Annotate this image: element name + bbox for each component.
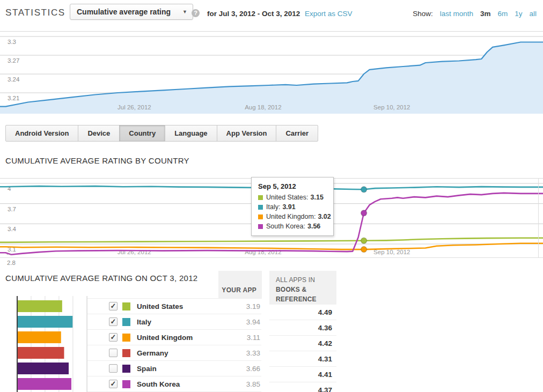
your-app-value: 3.33 [246, 349, 261, 357]
tooltip-row-italy: Italy:3.91 [258, 203, 329, 211]
x-tick-label: Jul 26, 2012 [118, 249, 151, 255]
show-label: Show: [413, 10, 433, 18]
tooltip-country-value: 3.91 [282, 203, 295, 211]
tab-carrier[interactable]: Carrier [276, 125, 318, 142]
country-label: Spain [137, 365, 157, 373]
help-icon[interactable]: ? [192, 9, 200, 17]
all-apps-value-italy: 4.36 [269, 320, 336, 336]
all-apps-value-germany: 4.31 [269, 351, 336, 367]
all-apps-value-spain: 4.41 [269, 367, 336, 382]
show-controls: Show: last month3m6m1yall [413, 10, 537, 18]
tooltip-country-label: United Kingdom: [266, 213, 315, 220]
all-apps-value-south-korea: 4.37 [269, 382, 336, 392]
all-apps-column-header: ALL APPS IN BOOKS & REFERENCE [269, 271, 336, 305]
area-fill [0, 42, 543, 114]
y-tick-label: 3.7 [8, 206, 16, 212]
y-tick-label: 3.27 [8, 57, 19, 64]
y-tick-label: 3.21 [8, 95, 19, 101]
legend-swatch-united-states [258, 195, 263, 200]
your-app-value: 3.85 [246, 380, 261, 388]
legend-swatch-united-kingdom [258, 215, 263, 219]
tab-android-version[interactable]: Android Version [5, 125, 78, 142]
table-row-south-korea: ✓South Korea3.85 [87, 376, 261, 392]
tooltip-country-value: 3.02 [318, 213, 331, 220]
show-option-3m[interactable]: 3m [480, 10, 491, 18]
page-title: STATISTICS [5, 8, 65, 18]
tooltip-country-label: Italy: [266, 203, 280, 211]
x-tick-label: Jul 26, 2012 [118, 104, 151, 110]
marker-dot-italy [361, 187, 367, 193]
show-option-all[interactable]: all [529, 10, 537, 18]
marker-dot-south-korea [361, 210, 367, 216]
show-option-6m[interactable]: 6m [497, 10, 508, 18]
country-bar-chart [11, 295, 97, 392]
x-tick-label: Sep 10, 2012 [373, 249, 410, 255]
country-label: United States [137, 302, 183, 310]
country-label: Italy [137, 318, 151, 326]
your-app-column-header: YOUR APP [218, 271, 262, 299]
country-label: Germany [137, 349, 168, 357]
table-row-germany: Germany3.33 [87, 345, 261, 361]
tab-language[interactable]: Language [165, 125, 217, 142]
bar-united-kingdom [18, 331, 61, 343]
tooltip-country-value: 3.56 [307, 223, 320, 230]
table-row-united-kingdom: ✓United Kingdom3.11 [87, 330, 261, 345]
y-axis-tick-2-8: 2.8 [7, 260, 16, 266]
checkbox-united-kingdom[interactable]: ✓ [109, 333, 118, 342]
x-tick-label: Aug 18, 2012 [245, 104, 281, 110]
tooltip-country-label: United States: [266, 194, 309, 201]
checkbox-south-korea[interactable]: ✓ [109, 380, 118, 388]
x-tick-label: Aug 18, 2012 [245, 249, 281, 255]
checkbox-germany[interactable] [109, 349, 118, 357]
metric-dropdown[interactable]: Cumulative average rating ▼ [70, 4, 193, 20]
series-line-united-states [0, 238, 543, 242]
bar-germany [18, 347, 64, 359]
statistics-page: STATISTICS Cumulative average rating ▼ ?… [0, 0, 543, 392]
country-label: United Kingdom [137, 334, 193, 342]
checkbox-united-states[interactable]: ✓ [109, 302, 118, 310]
y-tick-label: 3.3 [8, 39, 16, 45]
bar-south-korea [18, 378, 71, 390]
table-row-italy: ✓Italy3.94 [87, 314, 261, 330]
legend-swatch-italy [258, 205, 263, 210]
your-app-value: 3.19 [246, 302, 261, 310]
table-row-spain: Spain3.66 [87, 361, 261, 376]
all-apps-value-united-states: 4.49 [269, 305, 336, 320]
x-tick-label: Sep 10, 2012 [373, 104, 410, 110]
all-apps-header-line1: ALL APPS IN [276, 275, 336, 285]
export-csv-link[interactable]: Export as CSV [305, 10, 353, 18]
checkbox-italy[interactable]: ✓ [109, 317, 118, 326]
color-swatch-south-korea [122, 380, 130, 388]
tooltip-country-label: South Korea: [266, 223, 305, 230]
tab-device[interactable]: Device [78, 125, 120, 142]
color-swatch-spain [122, 365, 130, 373]
show-option-last-month[interactable]: last month [440, 10, 473, 18]
all-apps-header-line2: BOOKS & [276, 285, 336, 294]
y-tick-label: 3.4 [8, 226, 17, 232]
all-apps-values: 4.494.364.424.314.414.37 [269, 305, 336, 392]
metric-dropdown-value: Cumulative average rating [77, 8, 171, 16]
bar-italy [18, 316, 72, 328]
all-apps-value-united-kingdom: 4.42 [269, 336, 336, 351]
section-title-on-date: CUMULATIVE AVERAGE RATING ON OCT 3, 2012 [5, 273, 197, 283]
color-swatch-united-states [122, 302, 130, 310]
tooltip-row-south-korea: South Korea:3.56 [258, 223, 329, 230]
your-app-value: 3.94 [246, 318, 261, 326]
table-row-united-states: ✓United States3.19 [87, 299, 261, 314]
tooltip-date: Sep 5, 2012 [258, 182, 329, 190]
overall-rating-chart[interactable]: 3.33.273.243.21Jul 26, 2012Aug 18, 2012S… [0, 31, 543, 114]
bar-united-states [18, 300, 62, 312]
your-app-value: 3.11 [247, 334, 261, 342]
legend-swatch-south-korea [258, 224, 263, 229]
tab-country[interactable]: Country [119, 125, 165, 142]
chevron-down-icon: ▼ [182, 9, 187, 14]
dimension-tabs: Android VersionDeviceCountryLanguageApp … [5, 125, 318, 142]
tab-app-version[interactable]: App Version [217, 125, 277, 142]
color-swatch-united-kingdom [122, 334, 130, 342]
checkbox-spain[interactable] [109, 364, 118, 373]
marker-dot-united-kingdom [361, 247, 367, 253]
date-range-label: for Jul 3, 2012 - Oct 3, 2012 [207, 10, 300, 18]
your-app-value: 3.66 [246, 365, 261, 373]
show-option-1y[interactable]: 1y [515, 10, 522, 18]
tooltip-country-value: 3.15 [311, 194, 324, 201]
